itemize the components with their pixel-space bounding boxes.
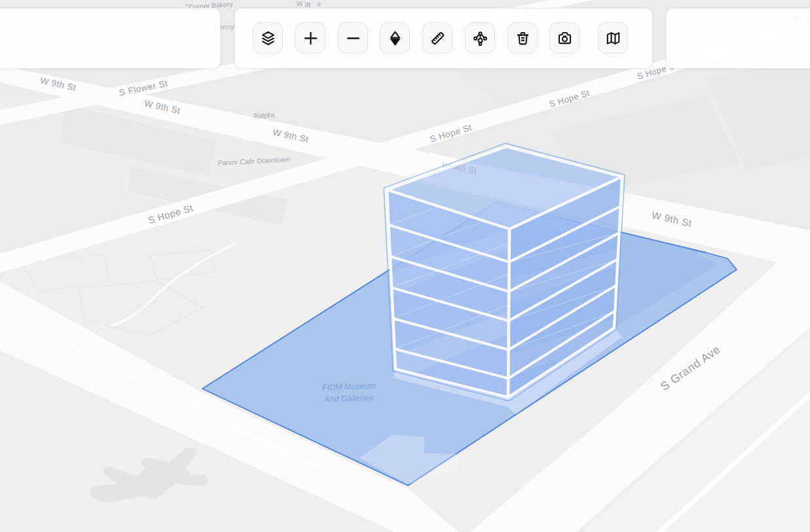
- svg-text:Ralphs: Ralphs: [253, 111, 275, 120]
